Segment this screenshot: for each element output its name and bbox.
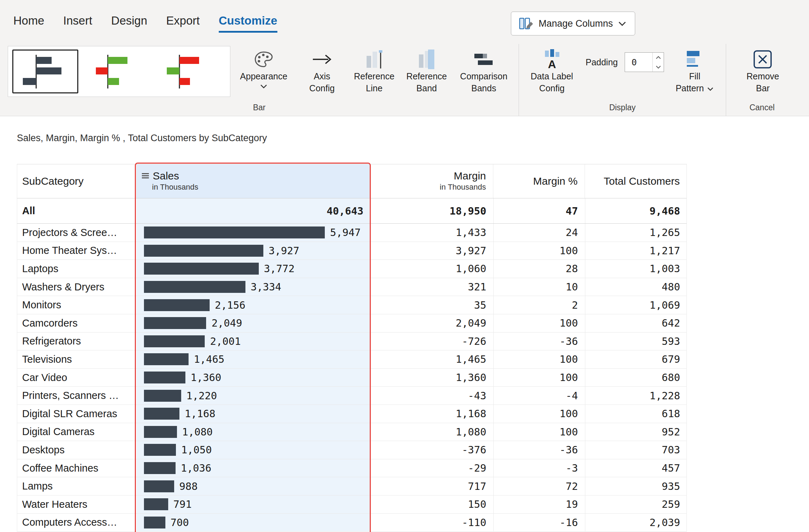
group-display-body: A Data Label Config Padding 0 xyxy=(519,44,726,103)
sales-cell[interactable]: 5,947 xyxy=(137,224,370,242)
axis-config-button[interactable]: Axis Config xyxy=(297,46,347,94)
sales-bar[interactable] xyxy=(144,226,325,238)
tab-insert[interactable]: Insert xyxy=(63,14,92,33)
sales-cell[interactable]: 3,772 xyxy=(137,260,370,278)
customers-cell: 1,265 xyxy=(585,224,687,242)
table-row[interactable]: Computers Access…700-110-162,039 xyxy=(17,514,687,532)
sales-cell[interactable]: 1,168 xyxy=(137,405,370,423)
sales-cell[interactable]: 40,643 xyxy=(137,198,370,223)
sales-bar[interactable] xyxy=(144,317,206,329)
sales-cell[interactable]: 1,080 xyxy=(137,423,370,441)
sales-value-label: 1,168 xyxy=(185,408,215,420)
sales-cell[interactable]: 1,036 xyxy=(137,459,370,477)
column-menu-icon[interactable] xyxy=(142,170,150,182)
bar-style-option-1[interactable] xyxy=(12,50,78,93)
table-row[interactable]: Lamps98871772935 xyxy=(17,477,687,495)
table-row[interactable]: Water Heaters79115019259 xyxy=(17,495,687,514)
bar-style-option-2[interactable] xyxy=(84,50,150,93)
table-row[interactable]: Car Video1,3601,360100680 xyxy=(17,369,687,387)
reference-line-button[interactable]: Reference Line xyxy=(349,46,399,94)
header-margin-pct[interactable]: Margin % xyxy=(493,164,585,198)
table-row[interactable]: Refrigerators2,001-726-36593 xyxy=(17,333,687,351)
table-row[interactable]: Monitors2,1563521,069 xyxy=(17,296,687,314)
tab-customize[interactable]: Customize xyxy=(219,14,277,33)
subcategory-cell: Digital SLR Cameras xyxy=(17,405,137,423)
spinner-down-icon[interactable] xyxy=(653,62,664,72)
table-row[interactable]: Digital Cameras1,0801,080100952 xyxy=(17,423,687,441)
reference-band-button[interactable]: Reference Band xyxy=(401,46,452,94)
sales-bar[interactable] xyxy=(144,281,245,293)
sales-cell[interactable]: 700 xyxy=(137,514,370,532)
header-subcategory[interactable]: SubCategory xyxy=(17,164,136,198)
table-row[interactable]: Printers, Scanners …1,220-43-41,228 xyxy=(17,387,687,405)
sales-cell[interactable]: 1,050 xyxy=(137,441,370,459)
margin-pct-cell: 2 xyxy=(493,296,585,314)
header-margin[interactable]: Margin in Thousands xyxy=(369,164,493,198)
sales-bar[interactable] xyxy=(144,263,259,275)
sales-bar[interactable] xyxy=(144,335,205,347)
customers-cell: 259 xyxy=(585,495,687,513)
sales-cell[interactable]: 1,360 xyxy=(137,369,370,387)
table-row[interactable]: Coffee Machines1,036-29-3457 xyxy=(17,459,687,478)
table-row[interactable]: Washers & Dryers3,33432110480 xyxy=(17,278,687,296)
sales-cell[interactable]: 2,049 xyxy=(137,314,370,332)
tab-export[interactable]: Export xyxy=(166,14,199,33)
sales-bar[interactable] xyxy=(144,426,177,438)
fill-pattern-button[interactable]: Fill Pattern xyxy=(668,46,721,94)
header-total-customers[interactable]: Total Customers xyxy=(585,164,687,198)
sales-cell[interactable]: 1,465 xyxy=(137,350,370,368)
sales-bar[interactable] xyxy=(144,408,179,420)
customers-cell: 480 xyxy=(585,278,687,296)
comparison-bands-button[interactable]: Comparison Bands xyxy=(454,46,514,94)
page-title: Sales, Margin, Margin % , Total Customer… xyxy=(17,133,267,144)
sales-cell[interactable]: 2,156 xyxy=(137,296,370,314)
sales-cell[interactable]: 3,334 xyxy=(137,278,370,296)
sales-cell[interactable]: 791 xyxy=(137,495,370,513)
spinner-up-icon[interactable] xyxy=(653,53,664,62)
sales-bar[interactable] xyxy=(144,462,176,474)
sales-cell[interactable]: 1,220 xyxy=(137,387,370,405)
table-row[interactable]: Desktops1,050-376-36703 xyxy=(17,441,687,459)
sales-bar[interactable] xyxy=(144,245,263,257)
sales-bar[interactable] xyxy=(144,390,181,402)
appearance-button[interactable]: Appearance xyxy=(232,46,295,89)
sales-bar[interactable] xyxy=(144,517,165,528)
manage-columns-button[interactable]: Manage Columns xyxy=(511,12,635,35)
data-label-config-button[interactable]: A Data Label Config xyxy=(524,46,580,94)
customers-cell: 9,468 xyxy=(585,198,687,223)
remove-bar-button[interactable]: Remove Bar xyxy=(735,46,791,94)
margin-pct-cell: 100 xyxy=(493,405,585,423)
margin-pct-cell: 100 xyxy=(493,350,585,368)
sales-bar[interactable] xyxy=(144,299,210,311)
manage-columns-label: Manage Columns xyxy=(539,18,613,29)
sales-bar[interactable] xyxy=(144,444,176,456)
sales-bar[interactable] xyxy=(144,372,185,383)
customers-cell: 1,228 xyxy=(585,387,687,405)
table-row[interactable]: Home Theater Sys…3,9273,9271001,217 xyxy=(17,242,687,260)
table-row[interactable]: Laptops3,7721,060281,003 xyxy=(17,260,687,278)
table-row[interactable]: Camcorders2,0492,049100642 xyxy=(17,314,687,333)
sales-bar[interactable] xyxy=(144,480,174,492)
sales-cell[interactable]: 3,927 xyxy=(137,242,370,260)
group-label-display: Display xyxy=(519,103,726,116)
subcategory-cell: Laptops xyxy=(17,260,137,278)
table-row[interactable]: Televisions1,4651,465100679 xyxy=(17,350,687,369)
table-row[interactable]: Digital SLR Cameras1,1681,168100618 xyxy=(17,405,687,423)
margin-pct-cell: -36 xyxy=(493,333,585,350)
margin-pct-cell: 72 xyxy=(493,477,585,495)
tab-home[interactable]: Home xyxy=(13,14,44,33)
header-sales[interactable]: Sales in Thousands xyxy=(136,164,369,198)
tab-design[interactable]: Design xyxy=(111,14,147,33)
sales-value-label: 3,334 xyxy=(251,281,281,293)
padding-spinner[interactable]: 0 xyxy=(625,52,664,72)
sales-bar[interactable] xyxy=(144,498,168,510)
margin-cell: 1,060 xyxy=(370,260,493,278)
sales-cell[interactable]: 2,001 xyxy=(137,333,370,350)
table-row[interactable]: Projectors & Scree…5,9471,433241,265 xyxy=(17,224,687,242)
sales-bar[interactable] xyxy=(144,353,189,365)
bar-style-option-3[interactable] xyxy=(156,50,222,93)
sales-cell[interactable]: 988 xyxy=(137,477,370,495)
table-total-row[interactable]: All40,64318,950479,468 xyxy=(17,198,687,224)
bar-style-3-icon xyxy=(159,52,218,91)
svg-text:A: A xyxy=(548,58,556,70)
